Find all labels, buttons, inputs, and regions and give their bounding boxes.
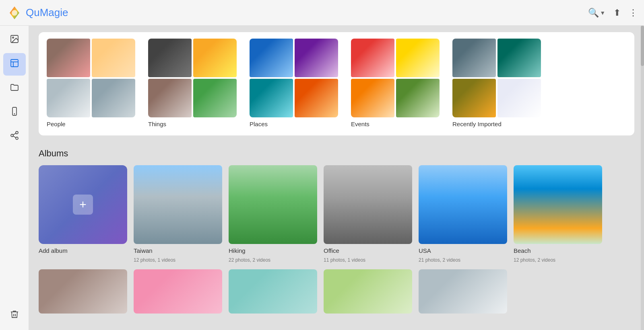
album-office[interactable]: Office 11 photos, 1 videos bbox=[324, 165, 412, 263]
album-hiking[interactable]: Hiking 22 photos, 2 videos bbox=[229, 165, 317, 263]
bottom-album-5[interactable] bbox=[419, 269, 507, 314]
sidebar-item-sharing[interactable] bbox=[3, 125, 26, 148]
hiking-meta: 22 photos, 2 videos bbox=[229, 257, 317, 263]
svg-point-8 bbox=[16, 131, 18, 134]
events-img-2 bbox=[396, 39, 440, 77]
people-img-1 bbox=[47, 39, 90, 77]
album-beach[interactable]: Beach 12 photos, 2 videos bbox=[514, 165, 602, 263]
add-album-button[interactable]: + bbox=[39, 165, 127, 244]
office-name: Office bbox=[324, 247, 412, 254]
scrollbar-thumb[interactable] bbox=[641, 26, 644, 66]
events-img-4 bbox=[396, 79, 440, 117]
taiwan-thumb bbox=[134, 165, 222, 244]
scrollbar[interactable] bbox=[641, 26, 644, 330]
logo-area: QuMagie bbox=[6, 5, 588, 21]
beach-thumb bbox=[514, 165, 602, 244]
events-grid bbox=[351, 39, 440, 117]
category-things[interactable]: Things bbox=[148, 39, 237, 127]
sidebar-item-photos[interactable] bbox=[3, 29, 26, 51]
hiking-thumb bbox=[229, 165, 317, 244]
category-recently-imported[interactable]: Recently Imported bbox=[452, 39, 541, 127]
hiking-name: Hiking bbox=[229, 247, 317, 254]
office-thumb bbox=[324, 165, 412, 244]
upload-icon: ⬆ bbox=[613, 8, 621, 18]
svg-line-12 bbox=[13, 133, 16, 135]
bottom-album-4[interactable] bbox=[324, 269, 412, 314]
sidebar-item-trash[interactable] bbox=[3, 304, 26, 327]
albums-icon bbox=[10, 58, 19, 70]
events-img-1 bbox=[351, 39, 394, 77]
sidebar-item-devices[interactable] bbox=[3, 101, 26, 124]
people-img-4 bbox=[92, 79, 135, 117]
usa-meta: 21 photos, 2 videos bbox=[419, 257, 507, 263]
sidebar-item-albums[interactable] bbox=[3, 53, 26, 76]
taiwan-meta: 12 photos, 1 videos bbox=[134, 257, 222, 263]
category-events[interactable]: Events bbox=[351, 39, 440, 127]
places-img-4 bbox=[295, 79, 338, 117]
folders-icon bbox=[10, 82, 19, 94]
places-grid bbox=[250, 39, 338, 117]
upload-button[interactable]: ⬆ bbox=[613, 8, 621, 18]
things-label: Things bbox=[148, 121, 166, 127]
recent-img-1 bbox=[452, 39, 496, 77]
add-album-label: Add album bbox=[39, 247, 68, 254]
albums-grid: + Add album Taiwan 12 photos, 1 videos H… bbox=[39, 165, 634, 263]
beach-meta: 12 photos, 2 videos bbox=[514, 257, 602, 263]
sidebar bbox=[0, 26, 29, 330]
recent-img-4 bbox=[497, 79, 541, 117]
places-img-2 bbox=[295, 39, 338, 77]
office-meta: 11 photos, 1 videos bbox=[324, 257, 412, 263]
svg-point-2 bbox=[12, 37, 14, 38]
places-label: Places bbox=[250, 121, 268, 127]
recent-label: Recently Imported bbox=[452, 121, 502, 127]
category-people[interactable]: People bbox=[47, 39, 135, 127]
sharing-icon bbox=[10, 131, 19, 143]
logo-icon bbox=[6, 5, 23, 21]
recent-img-3 bbox=[452, 79, 496, 117]
search-icon: 🔍 bbox=[588, 8, 599, 18]
events-label: Events bbox=[351, 121, 369, 127]
svg-point-9 bbox=[11, 134, 13, 137]
bottom-album-3[interactable] bbox=[229, 269, 317, 314]
recent-img-2 bbox=[497, 39, 541, 77]
content-area: People Things Pl bbox=[29, 26, 641, 330]
things-img-2 bbox=[193, 39, 237, 77]
sidebar-item-folders[interactable] bbox=[3, 77, 26, 100]
usa-thumb bbox=[419, 165, 507, 244]
add-album-container: + Add album bbox=[39, 165, 127, 263]
bottom-album-2[interactable] bbox=[134, 269, 222, 314]
photos-icon bbox=[10, 34, 19, 46]
svg-point-10 bbox=[16, 137, 18, 139]
usa-name: USA bbox=[419, 247, 507, 254]
category-places[interactable]: Places bbox=[250, 39, 338, 127]
things-img-3 bbox=[148, 79, 192, 117]
more-icon: ⋮ bbox=[629, 8, 638, 18]
things-img-4 bbox=[193, 79, 237, 117]
albums-section: Albums + Add album Taiwan 12 photos, 1 v… bbox=[39, 148, 634, 314]
taiwan-name: Taiwan bbox=[134, 247, 222, 254]
svg-point-0 bbox=[12, 10, 17, 16]
events-img-3 bbox=[351, 79, 394, 117]
app-name: QuMagie bbox=[26, 6, 68, 19]
things-grid bbox=[148, 39, 237, 117]
albums-title: Albums bbox=[39, 148, 634, 159]
bottom-albums-row bbox=[39, 269, 634, 314]
main-layout: People Things Pl bbox=[0, 26, 644, 330]
devices-icon bbox=[10, 107, 19, 119]
bottom-album-1[interactable] bbox=[39, 269, 127, 314]
smart-categories-card: People Things Pl bbox=[39, 32, 634, 135]
svg-line-11 bbox=[13, 136, 16, 138]
places-img-3 bbox=[250, 79, 293, 117]
more-options-button[interactable]: ⋮ bbox=[629, 8, 638, 18]
album-usa[interactable]: USA 21 photos, 2 videos bbox=[419, 165, 507, 263]
album-taiwan[interactable]: Taiwan 12 photos, 1 videos bbox=[134, 165, 222, 263]
search-button[interactable]: 🔍 ▼ bbox=[588, 8, 605, 18]
header: QuMagie 🔍 ▼ ⬆ ⋮ bbox=[0, 0, 644, 26]
header-actions: 🔍 ▼ ⬆ ⋮ bbox=[588, 8, 638, 18]
add-album-plus-icon: + bbox=[73, 195, 93, 215]
places-img-1 bbox=[250, 39, 293, 77]
recent-grid bbox=[452, 39, 541, 117]
svg-rect-3 bbox=[11, 59, 18, 67]
things-img-1 bbox=[148, 39, 192, 77]
people-grid bbox=[47, 39, 135, 117]
